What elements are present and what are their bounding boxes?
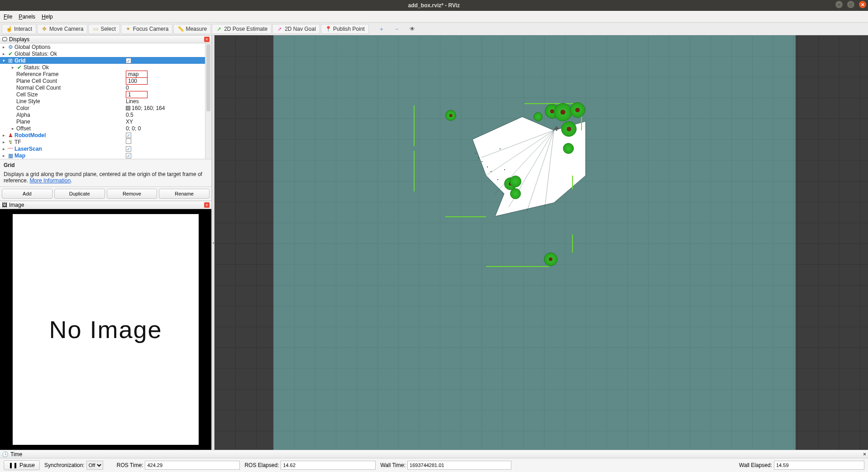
scrollbar-thumb[interactable] <box>206 44 210 111</box>
duplicate-button[interactable]: Duplicate <box>54 189 105 199</box>
time-panel-body: ❚❚Pause Synchronization: Off ROS Time: R… <box>0 458 868 472</box>
normal-cell-count-value[interactable]: 0 <box>126 85 129 91</box>
grid-checkbox[interactable]: ✓ <box>126 58 131 63</box>
wall-elapsed-field[interactable] <box>774 461 864 470</box>
cell-size-value[interactable]: 1 <box>126 91 148 98</box>
cell-size-row[interactable]: Cell Size1 <box>0 91 205 98</box>
image-panel-close[interactable]: × <box>204 202 210 208</box>
menu-panels[interactable]: Panels <box>19 14 35 20</box>
color-row[interactable]: Color160; 160; 164 <box>0 105 205 111</box>
menubar: File Panels Help <box>0 11 868 23</box>
robotmodel-label: RobotModel <box>14 132 46 138</box>
plane-cell-count-label: Plane Cell Count <box>16 78 57 84</box>
ros-time-field[interactable] <box>145 461 240 470</box>
alpha-value[interactable]: 0.5 <box>126 112 134 118</box>
color-label: Color <box>16 105 29 111</box>
color-value[interactable]: 160; 160; 164 <box>132 105 165 111</box>
marker <box>570 102 585 118</box>
tf-checkbox[interactable] <box>126 138 131 144</box>
3d-view[interactable]: ✚ <box>215 35 868 450</box>
cell-size-label: Cell Size <box>16 91 38 98</box>
offset-row[interactable]: ▸Offset0; 0; 0 <box>0 125 205 132</box>
grid-item[interactable]: ▾⊞Grid✓ <box>0 57 205 64</box>
sync-group: Synchronization: Off <box>44 461 103 470</box>
focus-camera-tool[interactable]: ✦Focus Camera <box>121 24 173 34</box>
tool-properties-button[interactable]: 👁 <box>405 24 420 34</box>
window-title: add_box.rviz* - RViz <box>408 2 460 9</box>
synchronization-select[interactable]: Off <box>86 461 103 470</box>
property-tree[interactable]: ▸⚙Global Options ▸✔Global Status: Ok ▾⊞G… <box>0 43 205 159</box>
reference-frame-value[interactable]: map <box>126 71 148 78</box>
displays-tree[interactable]: ▸⚙Global Options ▸✔Global Status: Ok ▾⊞G… <box>0 43 211 159</box>
image-view[interactable]: No Image <box>0 209 211 450</box>
pose-estimate-label: 2D Pose Estimate <box>224 26 267 32</box>
menu-help[interactable]: Help <box>42 14 53 20</box>
eye-icon: 👁 <box>409 26 415 32</box>
menu-file[interactable]: File <box>4 14 12 20</box>
add-tool-button[interactable]: ＋ <box>374 24 389 34</box>
line-style-value[interactable]: Lines <box>126 98 139 105</box>
panel-close-button[interactable]: × <box>204 37 210 42</box>
alpha-row[interactable]: Alpha0.5 <box>0 111 205 118</box>
ros-elapsed-field[interactable] <box>281 461 376 470</box>
add-button[interactable]: Add <box>2 189 52 199</box>
image-panel-title: Image <box>9 202 24 208</box>
image-icon: 🖼 <box>2 202 7 208</box>
pose-estimate-tool[interactable]: ➚2D Pose Estimate <box>212 24 272 34</box>
splitter-handle-icon: ◂ <box>212 241 214 245</box>
wall-elapsed-group: Wall Elapsed: <box>739 461 864 470</box>
more-info-link[interactable]: More Information <box>29 177 71 184</box>
map-checkbox[interactable]: ✓ <box>126 153 131 158</box>
remove-button[interactable]: Remove <box>107 189 157 199</box>
plane-value[interactable]: XY <box>126 119 133 125</box>
remove-tool-button[interactable]: － <box>390 24 404 34</box>
main-area: 🖵 Displays × ▸⚙Global Options ▸✔Global S… <box>0 35 868 450</box>
wall-elapsed-label: Wall Elapsed: <box>739 462 772 468</box>
nav-goal-tool[interactable]: ➚2D Nav Goal <box>272 24 320 34</box>
global-options-item[interactable]: ▸⚙Global Options <box>0 43 205 50</box>
move-camera-tool[interactable]: ✥Move Camera <box>37 24 87 34</box>
line-style-row[interactable]: Line StyleLines <box>0 98 205 105</box>
offset-value[interactable]: 0; 0; 0 <box>126 125 141 132</box>
robotmodel-checkbox[interactable]: ✓ <box>126 133 131 138</box>
select-tool[interactable]: ▭Select <box>88 24 119 34</box>
plane-cell-count-row[interactable]: Plane Cell Count100 <box>0 77 205 84</box>
green-line <box>572 176 573 189</box>
global-status-item[interactable]: ▸✔Global Status: Ok <box>0 50 205 57</box>
publish-point-tool[interactable]: 📍Publish Point <box>321 24 369 34</box>
image-panel-header[interactable]: 🖼 Image × <box>0 201 211 209</box>
rename-button[interactable]: Rename <box>159 189 210 199</box>
robotmodel-item[interactable]: ▸♟RobotModel✓ <box>0 132 205 138</box>
laserscan-checkbox[interactable]: ✓ <box>126 146 131 152</box>
map-item[interactable]: ▸▦Map✓ <box>0 152 205 159</box>
tree-scrollbar[interactable] <box>205 43 211 159</box>
maximize-button[interactable]: □ <box>847 1 854 8</box>
time-panel-close[interactable]: × <box>863 451 866 458</box>
laser-scan-shape <box>468 103 590 216</box>
displays-panel-header[interactable]: 🖵 Displays × <box>0 35 211 43</box>
plane-row[interactable]: PlaneXY <box>0 118 205 125</box>
global-options-label: Global Options <box>14 44 50 50</box>
laserscan-item[interactable]: ▸〰LaserScan✓ <box>0 145 205 152</box>
wall-time-field[interactable] <box>407 461 511 470</box>
pause-label: Pause <box>19 462 35 468</box>
measure-tool[interactable]: 📏Measure <box>173 24 211 34</box>
normal-cell-count-row[interactable]: Normal Cell Count0 <box>0 84 205 91</box>
plus-icon: ＋ <box>378 26 385 32</box>
time-panel-header[interactable]: 🕓 Time × <box>0 450 868 458</box>
marker <box>561 121 577 137</box>
global-status-label: Global Status: Ok <box>14 51 57 57</box>
reference-frame-row[interactable]: Reference Framemap <box>0 71 205 77</box>
grid-status-item[interactable]: ▸✔Status: Ok <box>0 64 205 71</box>
tf-item[interactable]: ▸↯TF <box>0 138 205 145</box>
check-icon: ✔ <box>7 51 14 57</box>
marker <box>510 188 521 199</box>
interact-tool[interactable]: ☝Interact <box>2 24 36 34</box>
line-style-label: Line Style <box>16 98 40 105</box>
green-line <box>572 234 573 253</box>
minimize-button[interactable]: – <box>835 1 843 8</box>
pause-button[interactable]: ❚❚Pause <box>4 460 40 470</box>
close-button[interactable]: ✕ <box>859 1 866 8</box>
plane-cell-count-value[interactable]: 100 <box>126 77 148 85</box>
nav-goal-label: 2D Nav Goal <box>285 26 316 32</box>
